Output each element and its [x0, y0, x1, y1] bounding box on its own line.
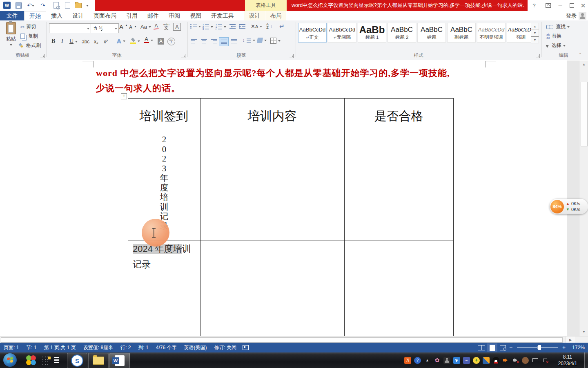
ribbon-tab[interactable]: 引用	[121, 11, 143, 20]
network-icon[interactable]	[532, 357, 539, 364]
account-avatar[interactable]	[579, 12, 586, 20]
read-mode-button[interactable]	[476, 343, 487, 352]
align-left-button[interactable]	[189, 37, 198, 45]
help-button[interactable]: ?	[528, 0, 540, 11]
font-dialog-launcher[interactable]	[181, 54, 185, 58]
select-button[interactable]: 选择	[546, 42, 566, 49]
web-layout-button[interactable]	[497, 343, 508, 352]
tray-dark-app-icon[interactable]	[443, 357, 450, 364]
numbering-button[interactable]: 123	[203, 24, 213, 30]
decrease-indent-button[interactable]	[229, 24, 236, 29]
vertical-scrollbar[interactable]: ▲ ▼	[579, 61, 588, 336]
status-item[interactable]: 列: 1	[134, 344, 152, 351]
scroll-right-button[interactable]: ▶	[566, 337, 575, 343]
scroll-down-button[interactable]: ▼	[579, 328, 588, 335]
muted-volume-icon[interactable]: ✕	[512, 357, 519, 364]
font-name-combo[interactable]	[49, 23, 91, 33]
show-desktop-button[interactable]	[584, 352, 588, 368]
sort-button[interactable]: AZ↓	[266, 22, 273, 29]
shrink-font-button[interactable]: A▼	[129, 25, 137, 30]
cut-button[interactable]: ✂剪切	[20, 23, 36, 30]
tray-antivirus-icon[interactable]: +	[473, 357, 480, 364]
ribbon-tab[interactable]: 视图	[185, 11, 206, 20]
distribute-button[interactable]	[229, 37, 238, 45]
collapse-ribbon-button[interactable]: ⌃	[577, 52, 583, 58]
style-card[interactable]: AaBbCcDd ↵无间隔	[328, 23, 356, 43]
format-painter-button[interactable]: 格式刷	[19, 42, 41, 49]
font-color-button[interactable]: A	[144, 37, 153, 43]
multilevel-list-button[interactable]: 1ai	[216, 24, 226, 30]
highlight-color-button[interactable]	[130, 38, 140, 44]
style-card[interactable]: AaBbC 标题 2	[388, 23, 416, 43]
sign-in-link[interactable]: 登录	[566, 11, 577, 20]
justify-button[interactable]	[219, 37, 229, 46]
memory-usage-ball[interactable]: 84%	[550, 200, 564, 213]
vertical-text-cell[interactable]: 2023年度培训记录	[128, 135, 200, 231]
show-hidden-icons-button[interactable]: ▲	[424, 357, 431, 364]
qat-customize-button[interactable]	[85, 2, 90, 9]
table-header-cell[interactable]: 培训签到	[128, 103, 200, 129]
explorer-task-button[interactable]	[88, 353, 109, 368]
table-move-handle[interactable]: +	[121, 93, 127, 99]
horizontal-scroll-thumb[interactable]	[1, 337, 563, 343]
new-document-button[interactable]	[64, 2, 71, 9]
borders-button[interactable]	[270, 38, 281, 44]
zoom-slider[interactable]	[517, 347, 558, 348]
zoom-slider-thumb[interactable]	[538, 345, 541, 350]
tray-round-app-icon[interactable]	[522, 357, 529, 364]
save-button[interactable]	[15, 2, 22, 9]
tray-flower-icon[interactable]: ✿	[434, 357, 441, 364]
document-page[interactable]: word 中怎么把文字设置为竖向显示呢?每个人都是从零基础开始学习的,多学一项技…	[0, 61, 588, 336]
grow-font-button[interactable]: A▲	[119, 23, 128, 30]
tray-pointer-app-icon[interactable]	[453, 357, 460, 364]
status-item[interactable]: 行: 2	[117, 344, 134, 351]
tray-blue-app-icon[interactable]: ⋯	[463, 357, 470, 364]
text-effects-button[interactable]: A	[117, 38, 125, 45]
replace-button[interactable]: abac替换	[546, 33, 561, 40]
status-item[interactable]: 设置值: 9厘米	[80, 344, 117, 351]
align-center-button[interactable]	[199, 37, 208, 45]
show-hide-marks-button[interactable]: ↵	[279, 23, 285, 30]
zoom-level[interactable]: 172%	[567, 345, 585, 350]
word-task-button[interactable]	[109, 353, 130, 368]
ribbon-tab[interactable]: 开发工具	[206, 11, 239, 20]
character-border-button[interactable]: A	[173, 23, 181, 31]
styles-more-button[interactable]: ▼	[531, 36, 539, 43]
shading-button[interactable]	[257, 38, 267, 43]
ribbon-tab[interactable]: 页面布局	[89, 11, 121, 20]
ribbon-tab[interactable]: 设计	[67, 11, 89, 20]
scroll-up-button[interactable]: ▲	[579, 61, 588, 68]
increase-indent-button[interactable]	[239, 24, 245, 29]
redo-button[interactable]: ↷	[39, 2, 47, 9]
italic-button[interactable]: I	[61, 38, 63, 45]
underline-button[interactable]: U	[69, 38, 78, 45]
styles-scroll-down-button[interactable]: ▼	[531, 29, 539, 36]
undo-button[interactable]: ↶	[25, 2, 36, 9]
tab-table-layout[interactable]: 布局	[265, 11, 286, 20]
bullets-button[interactable]	[190, 24, 201, 29]
strikethrough-button[interactable]: abc	[82, 39, 89, 45]
superscript-button[interactable]: x²	[104, 39, 108, 45]
phonetic-guide-button[interactable]: wén文	[163, 22, 169, 30]
tray-qq-icon[interactable]	[492, 357, 499, 364]
copy-button[interactable]: 复制	[20, 33, 38, 40]
style-card[interactable]: AaBbCcDd 不明显强调	[477, 23, 506, 43]
status-item[interactable]: 节: 1	[22, 344, 40, 351]
tab-file[interactable]: 文件	[0, 11, 24, 20]
find-button[interactable]: 查找	[546, 23, 570, 30]
tray-ime-icon[interactable]: 万	[404, 357, 411, 364]
tab-table-design[interactable]: 设计	[244, 11, 265, 20]
zoom-out-button[interactable]: −	[508, 344, 514, 351]
styles-scroll-up-button[interactable]: ▲	[531, 23, 539, 30]
paragraph-dialog-launcher[interactable]	[290, 54, 294, 58]
status-item[interactable]: 英语(美国)	[180, 344, 210, 351]
horizontal-scrollbar[interactable]: ▶	[0, 336, 588, 343]
restore-button[interactable]	[566, 0, 577, 11]
taskbar-clock[interactable]: 8:11 2023/4/1	[551, 354, 584, 367]
status-item[interactable]: 第 1 页,共 1 页	[40, 344, 80, 351]
clear-formatting-button[interactable]: A	[154, 24, 159, 29]
ribbon-tab[interactable]: 邮件	[143, 11, 164, 20]
style-card[interactable]: AaBb 标题 1	[358, 23, 386, 43]
status-item[interactable]: 修订: 关闭	[210, 344, 240, 351]
minimize-button[interactable]: ─	[555, 0, 566, 11]
